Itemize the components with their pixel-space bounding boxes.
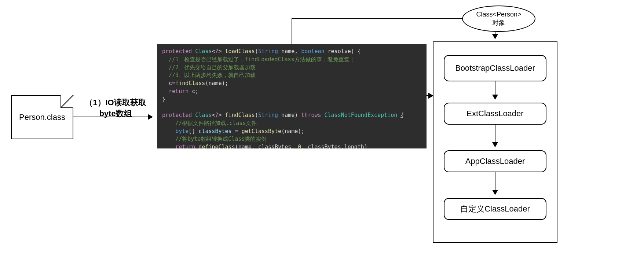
code-line-findclass-def: protected Class<?> findClass(String name… xyxy=(162,111,421,120)
code-line-return-c: return c; xyxy=(162,88,421,96)
code-line-findclass: c=findClass(name); xyxy=(162,80,421,88)
arrow-app-to-custom xyxy=(495,172,495,194)
app-classloader-box: AppClassLoader xyxy=(444,150,546,172)
arrow-label-line1: （1）IO读取获取 xyxy=(79,97,152,108)
classloader-hierarchy-container: BootstrapClassLoader ExtClassLoader AppC… xyxy=(433,41,557,243)
connector-horizontal xyxy=(292,18,462,19)
code-comment-2: //2、优先交给自己的父加载器加载 xyxy=(162,64,421,72)
arrow-code-to-loaders xyxy=(427,95,433,96)
arrow-io-label: （1）IO读取获取 byte数组 xyxy=(79,97,152,119)
code-comment-3: //3、以上两步均失败，就自己加载 xyxy=(162,71,421,80)
ellipse-line2: 对象 xyxy=(492,18,505,27)
arrow-ext-to-app xyxy=(495,125,495,147)
code-comment-1: //1、检查是否已经加载过了，findLoadedClass方法做的事，避免重复… xyxy=(162,56,421,64)
arrow-ellipse-to-container xyxy=(495,32,495,38)
ellipse-line1: Class<Person> xyxy=(476,11,521,18)
arrow-file-to-code xyxy=(73,117,152,117)
code-line-return-define: return defineClass(name, classBytes, 0, … xyxy=(162,143,421,148)
code-blank-line xyxy=(162,103,421,111)
arrow-label-line2: byte数组 xyxy=(79,108,152,119)
file-corner-fold xyxy=(61,95,73,108)
code-line-classbytes: byte[] classBytes = getClassByte(name); xyxy=(162,128,421,136)
code-line-1: protected Class<?> loadClass(String name… xyxy=(162,48,421,56)
code-comment-5: //将byte数组转换成Class类的实例 xyxy=(162,135,421,143)
arrow-bootstrap-to-ext xyxy=(495,81,495,99)
code-snippet: protected Class<?> loadClass(String name… xyxy=(157,44,427,148)
connector-vertical xyxy=(292,18,292,44)
file-icon: Person.class xyxy=(11,95,73,139)
bootstrap-classloader-box: BootstrapClassLoader xyxy=(444,55,546,81)
ext-classloader-box: ExtClassLoader xyxy=(444,103,546,125)
code-comment-4: //根据文件路径加载.class文件 xyxy=(162,120,421,128)
code-closing-brace-1: } xyxy=(162,96,421,104)
class-object-ellipse: Class<Person> 对象 xyxy=(462,5,535,32)
file-name-label: Person.class xyxy=(12,113,73,122)
custom-classloader-box: 自定义ClassLoader xyxy=(444,198,546,220)
